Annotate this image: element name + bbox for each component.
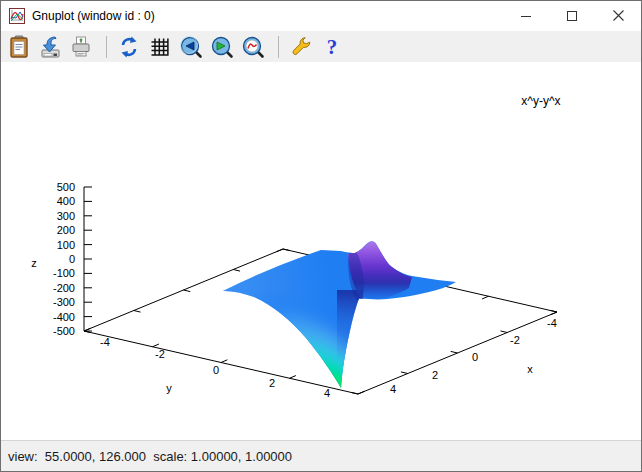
svg-text:0: 0 (213, 364, 219, 376)
svg-text:-4: -4 (547, 317, 557, 329)
magnifier-plot-icon (241, 35, 265, 59)
grid-icon (148, 35, 172, 59)
help-button[interactable]: ? (318, 33, 346, 61)
svg-text:-400: -400 (53, 311, 75, 323)
toggle-grid-button[interactable] (146, 33, 174, 61)
help-icon: ? (320, 35, 344, 59)
x-axis-ticks (351, 310, 557, 394)
window-title: Gnuplot (window id : 0) (32, 9, 155, 23)
svg-text:0: 0 (472, 351, 478, 363)
surface-plot: x^y-y^x 500 400 300 200 100 (1, 62, 642, 442)
svg-text:-200: -200 (53, 282, 75, 294)
title-bar[interactable]: Gnuplot (window id : 0) (1, 1, 641, 32)
x-tick-labels: 4 2 0 -2 -4 (390, 317, 557, 395)
copy-to-clipboard-button[interactable] (5, 33, 33, 61)
maximize-button[interactable] (549, 1, 595, 30)
close-button[interactable] (595, 1, 641, 30)
toolbar-separator (106, 36, 107, 58)
svg-text:-500: -500 (53, 325, 75, 337)
minimize-button[interactable] (503, 1, 549, 30)
surface (221, 237, 468, 397)
z-axis-ticks (84, 187, 92, 331)
svg-text:-2: -2 (155, 348, 165, 360)
window-controls (503, 1, 641, 30)
gnuplot-app-icon (9, 8, 25, 24)
status-text: view: 55.0000, 126.000 scale: 1.00000, 1… (1, 449, 292, 464)
status-bar: view: 55.0000, 126.000 scale: 1.00000, 1… (1, 440, 641, 471)
maximize-icon (567, 11, 577, 21)
magnifier-right-arrow-icon (210, 35, 234, 59)
replot-button[interactable] (115, 33, 143, 61)
save-icon (38, 35, 62, 59)
svg-text:-2: -2 (510, 334, 520, 346)
printer-icon (69, 35, 93, 59)
toolbar-separator (278, 36, 279, 58)
wrench-icon (289, 35, 313, 59)
svg-text:2: 2 (269, 377, 275, 389)
svg-text:4: 4 (390, 383, 396, 395)
svg-text:500: 500 (57, 181, 75, 193)
save-image-button[interactable] (36, 33, 64, 61)
z-axis-label: z (31, 257, 37, 269)
function-label: x^y-y^x (521, 94, 560, 108)
x-axis-label: x (527, 363, 533, 375)
gnuplot-window: Gnuplot (window id : 0) (0, 0, 642, 472)
clipboard-icon (7, 35, 31, 59)
z-tick-labels: 500 400 300 200 100 0 -100 -200 -300 -40… (53, 181, 75, 337)
svg-text:100: 100 (57, 239, 75, 251)
options-button[interactable] (287, 33, 315, 61)
y-tick-labels: -4 -2 0 2 4 (100, 336, 330, 399)
toolbar: ? (1, 31, 641, 62)
zoom-next-button[interactable] (208, 33, 236, 61)
svg-text:?: ? (327, 35, 338, 59)
svg-text:300: 300 (57, 210, 75, 222)
surface-cliff-shadow (337, 290, 363, 395)
svg-text:200: 200 (57, 224, 75, 236)
svg-text:-4: -4 (100, 336, 110, 348)
autoscale-restore-button[interactable] (239, 33, 267, 61)
svg-text:0: 0 (69, 253, 75, 265)
svg-text:-300: -300 (53, 296, 75, 308)
svg-text:-100: -100 (53, 267, 75, 279)
y-axis-label: y (166, 382, 172, 394)
plot-canvas[interactable]: x^y-y^x 500 400 300 200 100 (1, 62, 642, 442)
print-button[interactable] (67, 33, 95, 61)
svg-text:400: 400 (57, 195, 75, 207)
close-icon (613, 10, 624, 21)
magnifier-left-arrow-icon (179, 35, 203, 59)
svg-text:4: 4 (324, 387, 330, 399)
minimize-icon (521, 11, 531, 21)
refresh-icon (117, 35, 141, 59)
zoom-previous-button[interactable] (177, 33, 205, 61)
svg-text:2: 2 (432, 369, 438, 381)
